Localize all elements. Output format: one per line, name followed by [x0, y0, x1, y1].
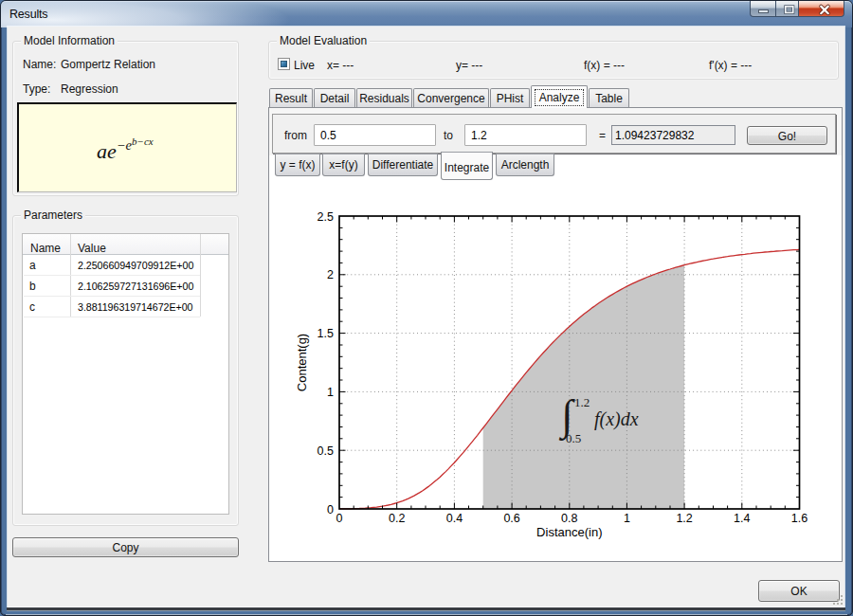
svg-text:1.2: 1.2	[676, 512, 692, 525]
svg-text:f(x)dx: f(x)dx	[594, 408, 639, 430]
svg-text:1: 1	[327, 386, 334, 399]
svg-text:0.5: 0.5	[318, 444, 334, 458]
svg-text:1.6: 1.6	[791, 512, 808, 525]
svg-text:2.5: 2.5	[318, 210, 334, 224]
svg-text:0.6: 0.6	[503, 512, 519, 525]
svg-text:1: 1	[624, 512, 630, 525]
svg-text:0: 0	[336, 512, 343, 525]
svg-text:0: 0	[327, 503, 334, 516]
svg-text:0.4: 0.4	[446, 512, 463, 525]
svg-text:1.4: 1.4	[734, 512, 750, 525]
svg-text:0.5: 0.5	[566, 431, 581, 445]
svg-text:0.2: 0.2	[389, 512, 405, 525]
svg-text:Content(g): Content(g)	[295, 334, 309, 391]
svg-text:2: 2	[327, 268, 334, 281]
svg-text:1.2: 1.2	[574, 395, 590, 409]
svg-text:0.8: 0.8	[561, 512, 577, 525]
svg-text:1.5: 1.5	[318, 327, 334, 340]
svg-text:Distance(in): Distance(in)	[536, 525, 602, 539]
